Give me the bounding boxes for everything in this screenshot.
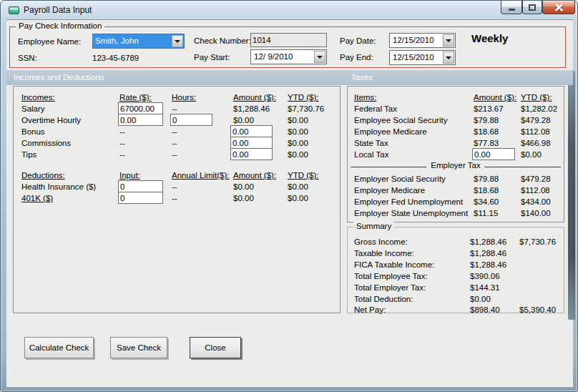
summary-amount: $1,288.46 bbox=[470, 248, 506, 259]
pay-date-picker[interactable]: 12/15/2010 bbox=[389, 33, 456, 48]
save-check-button[interactable]: Save Check bbox=[110, 337, 167, 358]
income-hours: -- bbox=[172, 126, 177, 137]
tax-label: Federal Tax bbox=[354, 103, 397, 114]
taxes-header-amount: Amount ($): bbox=[474, 92, 516, 103]
employer-tax-group-label: Employer Tax bbox=[426, 161, 484, 170]
deductions-header-annual-limit: Annual Limit($): bbox=[172, 170, 230, 181]
incomes-deductions-panel: Incomes: Rate ($): Hours: Amount ($): YT… bbox=[13, 86, 341, 313]
incomes-header-item: Incomes: bbox=[21, 92, 55, 103]
deductions-header-ytd: YTD ($): bbox=[288, 170, 318, 181]
overtime-rate-input[interactable] bbox=[118, 114, 163, 126]
tax-ytd: $140.00 bbox=[521, 207, 551, 219]
income-label: Commissions bbox=[21, 137, 71, 149]
income-ytd: $7,730.76 bbox=[288, 103, 324, 114]
deduction-401k-link[interactable]: 401K ($) bbox=[21, 192, 53, 204]
tax-label: Employer Social Security bbox=[354, 173, 446, 185]
summary-row-total-employer-tax: Total Employer Tax: $144.31 bbox=[348, 282, 564, 293]
maximize-button[interactable] bbox=[522, 1, 542, 14]
commissions-amount-input[interactable] bbox=[230, 137, 273, 149]
deductions-header-amount: Amount ($): bbox=[233, 170, 276, 181]
summary-row-taxable-income: Taxable Income: $1,288.46 bbox=[348, 248, 564, 259]
tax-ytd: $479.28 bbox=[521, 173, 551, 185]
deduction-ytd: $0.00 bbox=[288, 192, 308, 204]
incomes-header-row: Incomes: Rate ($): Hours: Amount ($): YT… bbox=[14, 92, 340, 103]
summary-amount: $0.00 bbox=[470, 293, 491, 305]
health-insurance-input[interactable] bbox=[118, 180, 163, 192]
titlebar[interactable]: Payroll Data Input bbox=[1, 1, 577, 19]
incomes-header-ytd: YTD ($): bbox=[288, 92, 318, 103]
tax-row-state: State Tax $77.83 $466.98 bbox=[348, 137, 564, 149]
tax-ytd: $0.00 bbox=[521, 149, 542, 160]
summary-group-label: Summary bbox=[353, 222, 394, 230]
pay-date-dropdown-button[interactable] bbox=[443, 34, 454, 46]
deduction-amount: $0.00 bbox=[233, 181, 254, 192]
incomes-section-title: Incomes and Deductions bbox=[14, 73, 104, 82]
tips-amount-input[interactable] bbox=[230, 148, 273, 160]
pay-end-value: 12/15/2010 bbox=[393, 53, 434, 62]
bonus-amount-input[interactable] bbox=[230, 125, 273, 137]
income-ytd: $0.00 bbox=[288, 114, 308, 126]
tax-amount: $213.67 bbox=[474, 103, 504, 114]
tax-amount: $79.88 bbox=[474, 173, 499, 185]
form-icon bbox=[9, 6, 19, 14]
income-ytd: $0.00 bbox=[288, 126, 308, 137]
deduction-ytd: $0.00 bbox=[288, 181, 308, 192]
401k-input[interactable] bbox=[118, 192, 163, 204]
summary-label: Net Pay: bbox=[354, 304, 386, 315]
maximize-icon bbox=[529, 4, 536, 11]
tax-ytd: $112.08 bbox=[521, 126, 550, 137]
calculate-check-button[interactable]: Calculate Check bbox=[24, 337, 94, 358]
summary-row-gross-income: Gross Income: $1,288.46 $7,730.76 bbox=[348, 236, 564, 248]
tax-row-local: Local Tax $0.00 bbox=[348, 149, 564, 160]
employee-name-select[interactable]: Smith, John bbox=[92, 34, 185, 49]
tax-amount: $18.68 bbox=[474, 185, 499, 196]
check-number-label: Check Number: bbox=[194, 36, 251, 46]
summary-ytd: $5,390.40 bbox=[519, 304, 556, 315]
tax-ytd: $479.28 bbox=[521, 114, 551, 126]
close-dialog-button[interactable]: Close bbox=[190, 337, 241, 358]
pay-end-picker[interactable]: 12/15/2010 bbox=[389, 50, 456, 65]
pay-end-dropdown-button[interactable] bbox=[443, 52, 454, 64]
window-frame-shade bbox=[568, 71, 575, 320]
salary-rate-input[interactable] bbox=[118, 102, 163, 114]
taxes-section-title: Taxes bbox=[351, 73, 373, 82]
local-tax-input[interactable] bbox=[472, 148, 515, 160]
summary-label: Total Employer Tax: bbox=[354, 282, 426, 293]
tax-amount: $18.68 bbox=[474, 126, 499, 137]
deductions-header-row: Deductions: Input: Annual Limit($): Amou… bbox=[14, 170, 340, 181]
pay-date-label: Pay Date: bbox=[340, 36, 376, 46]
chevron-down-icon bbox=[317, 56, 323, 59]
employee-name-dropdown-button[interactable] bbox=[172, 35, 183, 47]
overtime-hours-input[interactable] bbox=[170, 114, 212, 126]
section-header-bar: Incomes and Deductions Taxes bbox=[6, 70, 573, 85]
tax-row-employee-social-security: Employee Social Security $79.88 $479.28 bbox=[348, 114, 564, 126]
check-number-input[interactable] bbox=[250, 33, 327, 47]
pay-frequency-label: Weekly bbox=[471, 34, 508, 44]
tax-label: Employer Medicare bbox=[354, 185, 425, 196]
summary-amount: $390.06 bbox=[470, 270, 500, 282]
summary-ytd: $7,730.76 bbox=[519, 236, 556, 248]
summary-row-total-deduction: Total Deduction: $0.00 bbox=[348, 293, 564, 305]
summary-label: Total Deduction: bbox=[354, 293, 413, 305]
income-row-overtime: Overtime Hourly $0.00 $0.00 bbox=[14, 114, 340, 126]
summary-label: Total Employee Tax: bbox=[354, 270, 428, 282]
incomes-header-hours: Hours: bbox=[172, 92, 196, 103]
tax-label: Local Tax bbox=[354, 149, 388, 160]
paycheck-info-group-label: Pay Check Information bbox=[16, 21, 104, 30]
summary-amount: $1,288.46 bbox=[470, 259, 506, 270]
minimize-button[interactable] bbox=[501, 1, 522, 14]
deduction-amount: $0.00 bbox=[233, 192, 254, 204]
income-label: Bonus bbox=[21, 126, 45, 137]
deduction-label: Health Insurance ($) bbox=[21, 181, 96, 192]
tax-row-employer-medicare: Employer Medicare $18.68 $112.08 bbox=[348, 185, 564, 196]
deduction-annual-limit: -- bbox=[172, 192, 177, 204]
pay-start-picker[interactable]: 12/ 9/2010 bbox=[250, 49, 327, 64]
window-close-button[interactable] bbox=[542, 1, 575, 14]
tax-row-federal: Federal Tax $213.67 $1,282.02 bbox=[348, 103, 564, 114]
tax-ytd: $466.98 bbox=[521, 137, 551, 149]
income-ytd: $0.00 bbox=[288, 137, 308, 149]
deductions-header-input: Input: bbox=[119, 170, 140, 181]
tax-label: Employee Medicare bbox=[354, 126, 427, 137]
tax-amount: $77.83 bbox=[474, 137, 499, 149]
pay-start-dropdown-button[interactable] bbox=[314, 51, 325, 63]
